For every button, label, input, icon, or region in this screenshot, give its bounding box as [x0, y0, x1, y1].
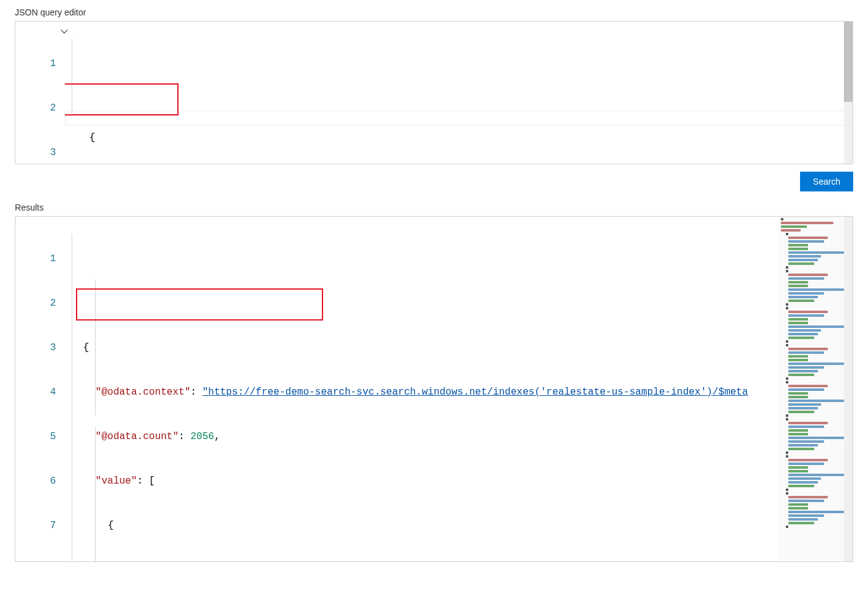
results-gutter: 1 2 3 4 5 6 7 8 9 10 11 12 13 14 15 16 1…: [15, 217, 65, 562]
code-line: {: [90, 130, 853, 145]
query-code[interactable]: { "search": "seattle condo", "count": tr…: [65, 22, 853, 164]
highlight-top-skip: [65, 83, 179, 115]
line-gutter: 1 2 3 4 5 6 7: [15, 22, 65, 164]
code-line: "value": [: [83, 474, 853, 488]
results-viewer[interactable]: 1 2 3 4 5 6 7 8 9 10 11 12 13 14 15 16 1…: [15, 216, 853, 562]
code-line: {: [83, 518, 853, 533]
code-line: "@odata.count": 2056,: [83, 429, 853, 444]
editor-label: JSON query editor: [15, 7, 853, 17]
search-button[interactable]: Search: [800, 172, 853, 191]
results-label: Results: [15, 203, 853, 212]
results-code[interactable]: { "@odata.context": "https://free-demo-s…: [65, 217, 853, 562]
code-line: "@odata.context": "https://free-demo-sea…: [83, 385, 853, 400]
code-line: {: [83, 340, 853, 355]
highlight-search-score-listing: [76, 288, 323, 321]
query-editor[interactable]: 1 2 3 4 5 6 7 { "search": "seattle condo…: [15, 21, 853, 164]
